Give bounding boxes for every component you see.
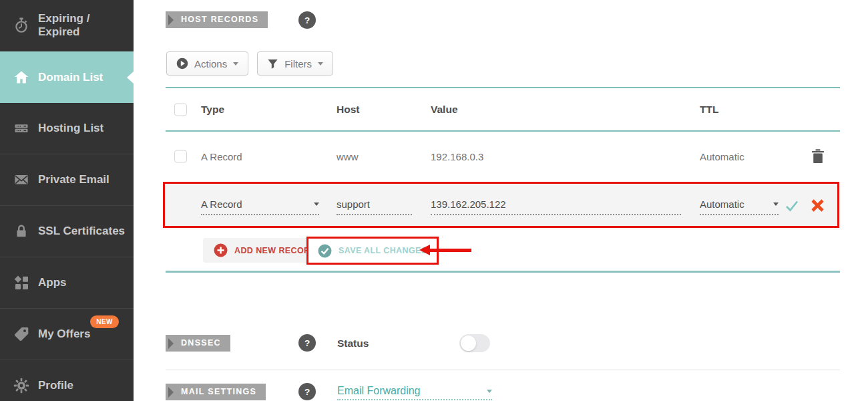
- delete-record-button[interactable]: [811, 148, 825, 164]
- row-checkbox[interactable]: [174, 150, 187, 162]
- sidebar-item-label: My Offers: [38, 327, 90, 341]
- record-type-select[interactable]: A Record: [201, 194, 319, 215]
- dnssec-section-tag: DNSSEC: [166, 335, 230, 352]
- column-header-value: Value: [431, 104, 458, 116]
- chevron-down-icon: [487, 390, 492, 393]
- chevron-down-icon: [773, 203, 779, 206]
- x-icon: [811, 198, 825, 213]
- sidebar-item-apps[interactable]: Apps: [0, 257, 134, 309]
- record-host-input[interactable]: [337, 194, 412, 215]
- save-all-changes-button[interactable]: SAVE ALL CHANGES: [308, 239, 437, 263]
- section-label: MAIL SETTINGS: [181, 387, 256, 396]
- mail-settings-select[interactable]: Email Forwarding: [337, 383, 492, 400]
- dnssec-help-icon[interactable]: ?: [298, 334, 316, 352]
- confirm-record-button[interactable]: [785, 199, 799, 213]
- edit-record-row-highlighted: A Record Automatic: [163, 182, 839, 228]
- section-divider-gray: [166, 370, 840, 370]
- add-new-record-label: ADD NEW RECORD: [234, 246, 316, 255]
- toggle-knob: [461, 336, 476, 351]
- sidebar-item-label: Private Email: [38, 173, 110, 186]
- column-header-ttl: TTL: [700, 104, 718, 116]
- sidebar-item-label: SSL Certificates: [38, 225, 125, 238]
- mail-settings-help-icon[interactable]: ?: [298, 383, 316, 400]
- funnel-icon: [267, 58, 278, 70]
- record-type: A Record: [201, 150, 242, 162]
- sidebar-item-hosting-list[interactable]: Hosting List: [0, 103, 134, 154]
- mail-settings-selected-option: Email Forwarding: [337, 385, 420, 397]
- host-records-table: Type Host Value TTL A Record www 192.168…: [166, 87, 840, 180]
- filters-button[interactable]: Filters: [257, 51, 333, 76]
- select-all-checkbox[interactable]: [174, 103, 187, 116]
- lock-icon: [13, 223, 29, 239]
- host-records-section-tag: HOST RECORDS: [166, 11, 268, 28]
- play-circle-icon: [176, 57, 188, 70]
- new-badge: NEW: [90, 315, 119, 328]
- stopwatch-icon: [13, 17, 29, 33]
- section-divider-teal: [166, 271, 840, 273]
- column-header-type: Type: [201, 104, 224, 116]
- column-header-host: Host: [337, 104, 359, 116]
- dnssec-status-toggle[interactable]: [459, 334, 490, 352]
- host-records-toolbar: Actions Filters: [166, 51, 333, 76]
- record-value-input[interactable]: [431, 194, 681, 215]
- plus-circle-icon: [214, 243, 228, 257]
- save-all-changes-label: SAVE ALL CHANGES: [339, 246, 427, 255]
- sidebar-item-domain-list[interactable]: Domain List: [0, 51, 134, 103]
- active-item-notch: [127, 72, 134, 84]
- envelope-icon: [13, 172, 29, 188]
- sidebar-item-profile[interactable]: Profile: [0, 360, 134, 401]
- server-icon: [13, 120, 29, 136]
- sidebar-item-my-offers[interactable]: My Offers NEW: [0, 309, 134, 360]
- actions-button[interactable]: Actions: [166, 51, 248, 76]
- sidebar-item-label: Hosting List: [38, 122, 103, 135]
- sidebar-item-expiring-expired[interactable]: Expiring / Expired: [0, 0, 134, 51]
- trash-icon: [811, 148, 825, 164]
- sidebar: Expiring / Expired Domain List Hosting L…: [0, 0, 134, 401]
- check-circle-icon: [318, 244, 332, 258]
- record-ttl: Automatic: [700, 150, 744, 162]
- mail-settings-section-tag: MAIL SETTINGS: [166, 384, 266, 400]
- sidebar-item-ssl-certificates[interactable]: SSL Certificates: [0, 206, 134, 257]
- check-icon: [785, 199, 799, 213]
- arrow-head: [419, 245, 430, 255]
- actions-label: Actions: [194, 58, 227, 70]
- sidebar-item-private-email[interactable]: Private Email: [0, 154, 134, 206]
- table-header-row: Type Host Value TTL: [166, 87, 840, 132]
- sidebar-item-label: Expiring / Expired: [38, 12, 134, 39]
- gear-icon: [13, 378, 29, 394]
- arrow-shaft: [430, 249, 471, 252]
- filters-label: Filters: [284, 58, 312, 70]
- section-label: DNSSEC: [181, 338, 221, 348]
- save-all-changes-highlight-box: SAVE ALL CHANGES: [306, 237, 439, 265]
- cancel-record-button[interactable]: [811, 198, 825, 213]
- sidebar-item-label: Domain List: [38, 71, 103, 84]
- tag-icon: [13, 326, 29, 342]
- chevron-down-icon: [318, 62, 323, 65]
- dnssec-status-label: Status: [337, 338, 369, 350]
- section-label: HOST RECORDS: [181, 15, 258, 24]
- table-row: A Record www 192.168.0.3 Automatic: [166, 132, 840, 180]
- chevron-down-icon: [233, 62, 238, 65]
- chevron-down-icon: [314, 203, 319, 206]
- home-icon: [13, 70, 29, 86]
- record-host: www: [337, 150, 359, 162]
- annotation-arrow-left: [419, 245, 471, 256]
- host-records-help-icon[interactable]: ?: [298, 11, 316, 29]
- sidebar-item-label: Apps: [38, 276, 67, 289]
- record-value: 192.168.0.3: [431, 150, 483, 162]
- apps-grid-icon: [13, 275, 29, 291]
- sidebar-item-label: Profile: [38, 379, 73, 392]
- record-ttl-select[interactable]: Automatic: [700, 194, 779, 215]
